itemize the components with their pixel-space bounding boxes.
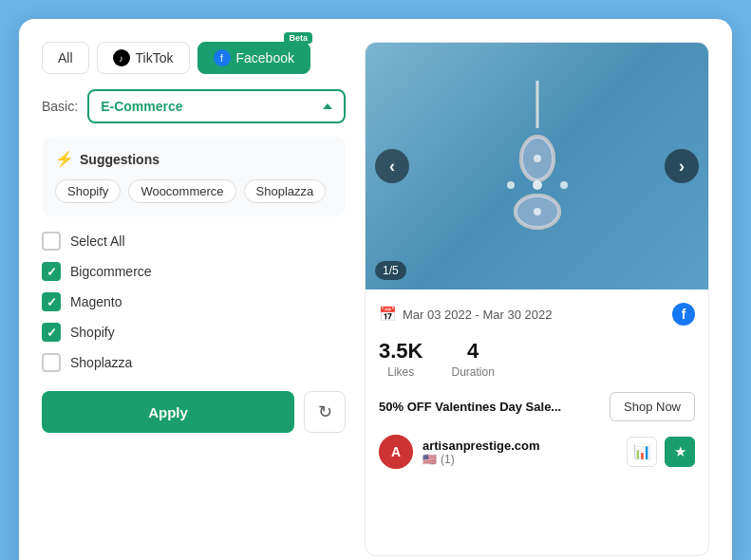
apply-button[interactable]: Apply bbox=[42, 391, 294, 433]
suggestions-title: ⚡ Suggestions bbox=[55, 150, 332, 168]
beta-badge: Beta bbox=[284, 32, 312, 44]
brand-row: A artisanprestige.com 🇺🇸 (1) 📊 bbox=[379, 435, 695, 469]
star-button[interactable]: ★ bbox=[665, 437, 695, 467]
date-text: 📅 Mar 03 2022 - Mar 30 2022 bbox=[379, 306, 553, 323]
checkbox-list: Select All Bigcommerce Magento Shopify S… bbox=[42, 232, 346, 372]
ad-info: 📅 Mar 03 2022 - Mar 30 2022 f 3.5K Likes… bbox=[366, 289, 708, 482]
flag-icon: 🇺🇸 bbox=[422, 453, 437, 466]
ad-image-container: ‹ › 1/5 bbox=[366, 43, 708, 289]
promo-text: 50% OFF Valentines Day Sale... bbox=[379, 400, 600, 414]
dropdown-value: E-Commerce bbox=[101, 99, 182, 114]
stats-row: 3.5K Likes 4 Duration bbox=[379, 339, 695, 379]
checkbox-bigcommerce[interactable]: Bigcommerce bbox=[42, 262, 346, 281]
suggestion-chips: Shopify Woocommerce Shoplazza bbox=[55, 179, 332, 203]
jewelry-svg bbox=[442, 71, 632, 261]
date-range: Mar 03 2022 - Mar 30 2022 bbox=[403, 308, 553, 322]
checkbox-label-shopify: Shopify bbox=[70, 325, 115, 340]
left-panel: All ♪ TikTok f Facebook Beta Basic: E-Co… bbox=[42, 42, 346, 556]
brand-info: artisanprestige.com 🇺🇸 (1) bbox=[422, 439, 617, 466]
checkbox-box-magento[interactable] bbox=[42, 292, 61, 311]
checkbox-label-shoplazza: Shoplazza bbox=[70, 355, 132, 370]
stat-duration: 4 Duration bbox=[451, 339, 494, 379]
right-panel: ‹ › 1/5 📅 Mar 03 2022 - Mar 30 2022 f bbox=[365, 42, 709, 556]
tiktok-icon: ♪ bbox=[113, 49, 130, 66]
chip-shoplazza[interactable]: Shoplazza bbox=[244, 179, 327, 203]
checkbox-label-bigcommerce: Bigcommerce bbox=[70, 264, 152, 279]
likes-label: Likes bbox=[379, 365, 422, 379]
next-icon: › bbox=[679, 157, 685, 177]
checkbox-shoplazza[interactable]: Shoplazza bbox=[42, 353, 346, 372]
chip-shopify[interactable]: Shopify bbox=[55, 179, 121, 203]
tab-facebook[interactable]: f Facebook bbox=[197, 42, 310, 74]
svg-text:A: A bbox=[391, 444, 401, 459]
ad-image bbox=[366, 43, 708, 289]
chevron-up-icon bbox=[323, 103, 332, 109]
stat-likes: 3.5K Likes bbox=[379, 339, 422, 379]
basic-row: Basic: E-Commerce bbox=[42, 89, 346, 123]
brand-avatar: A bbox=[379, 435, 413, 469]
ecommerce-dropdown[interactable]: E-Commerce bbox=[87, 89, 346, 123]
ad-card: ‹ › 1/5 📅 Mar 03 2022 - Mar 30 2022 f bbox=[365, 42, 709, 556]
star-icon: ★ bbox=[674, 443, 686, 460]
tab-facebook-wrapper: f Facebook Beta bbox=[197, 42, 310, 74]
svg-point-13 bbox=[533, 180, 542, 190]
suggestions-box: ⚡ Suggestions Shopify Woocommerce Shopla… bbox=[42, 137, 346, 216]
brand-count: (1) bbox=[441, 453, 455, 466]
checkbox-label-select-all: Select All bbox=[70, 233, 125, 249]
next-arrow[interactable]: › bbox=[665, 149, 699, 183]
actions-row: Apply ↻ bbox=[42, 391, 346, 433]
checkbox-shopify[interactable]: Shopify bbox=[42, 323, 346, 342]
tab-tiktok[interactable]: ♪ TikTok bbox=[97, 42, 190, 74]
promo-row: 50% OFF Valentines Day Sale... Shop Now bbox=[379, 392, 695, 421]
refresh-icon: ↻ bbox=[318, 401, 332, 422]
duration-label: Duration bbox=[451, 365, 494, 379]
checkbox-box-shoplazza[interactable] bbox=[42, 353, 61, 372]
shop-now-button[interactable]: Shop Now bbox=[610, 392, 695, 421]
likes-value: 3.5K bbox=[379, 339, 422, 364]
date-row: 📅 Mar 03 2022 - Mar 30 2022 f bbox=[379, 303, 695, 326]
brand-logo-svg: A bbox=[379, 435, 413, 469]
analytics-icon: 📊 bbox=[633, 443, 651, 460]
svg-point-12 bbox=[507, 181, 515, 189]
svg-point-10 bbox=[560, 181, 568, 189]
brand-flag: 🇺🇸 (1) bbox=[422, 453, 617, 466]
facebook-icon: f bbox=[214, 49, 231, 66]
svg-point-9 bbox=[534, 155, 541, 162]
prev-icon: ‹ bbox=[389, 157, 395, 177]
brand-actions: 📊 ★ bbox=[627, 437, 695, 467]
duration-value: 4 bbox=[451, 339, 494, 364]
tabs-row: All ♪ TikTok f Facebook Beta bbox=[42, 42, 346, 74]
checkbox-magento[interactable]: Magento bbox=[42, 292, 346, 311]
tab-all[interactable]: All bbox=[42, 42, 89, 74]
checkbox-select-all[interactable]: Select All bbox=[42, 232, 346, 251]
basic-label: Basic: bbox=[42, 99, 78, 114]
calendar-icon: 📅 bbox=[379, 306, 397, 323]
checkbox-box-select-all[interactable] bbox=[42, 232, 61, 251]
chip-woocommerce[interactable]: Woocommerce bbox=[128, 179, 235, 203]
brand-name: artisanprestige.com bbox=[422, 439, 617, 453]
checkbox-box-bigcommerce[interactable] bbox=[42, 262, 61, 281]
checkbox-label-magento: Magento bbox=[70, 294, 122, 309]
analytics-button[interactable]: 📊 bbox=[627, 437, 657, 467]
facebook-platform-icon: f bbox=[672, 303, 695, 326]
svg-point-11 bbox=[534, 208, 541, 215]
image-counter: 1/5 bbox=[375, 261, 406, 280]
refresh-button[interactable]: ↻ bbox=[304, 391, 346, 433]
prev-arrow[interactable]: ‹ bbox=[375, 149, 409, 183]
bolt-icon: ⚡ bbox=[55, 150, 74, 168]
main-container: All ♪ TikTok f Facebook Beta Basic: E-Co… bbox=[19, 19, 732, 560]
checkbox-box-shopify[interactable] bbox=[42, 323, 61, 342]
